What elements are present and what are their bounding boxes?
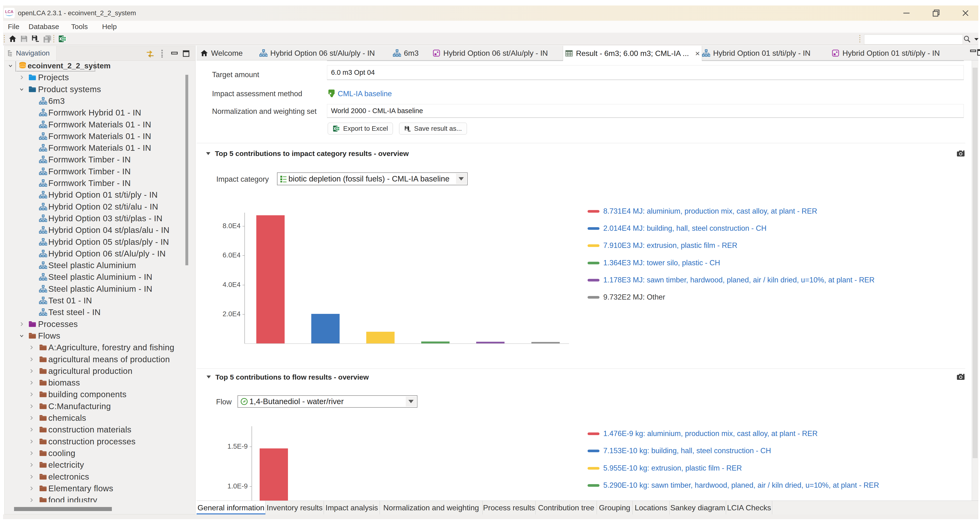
menu-help[interactable]: Help — [102, 21, 117, 33]
chevron-right-icon[interactable] — [29, 392, 34, 397]
chevron-right-icon[interactable] — [29, 486, 34, 491]
save-result-button[interactable]: Save result as... — [399, 123, 467, 134]
legend-label[interactable]: 7.910E3 MJ: extrusion, plastic film - RE… — [603, 241, 737, 250]
search-icon[interactable] — [963, 35, 971, 43]
tree-item-hybrid-option-06-st-alu-ply-in[interactable]: Hybrid Option 06 st/Alu/ply - IN — [5, 247, 196, 260]
editor-tab-hybrid-option-06-st-alu-ply-in[interactable]: Hybrid Option 06 st/Alu/ply - IN — [252, 46, 382, 61]
tree-item-electronics[interactable]: electronics — [5, 471, 196, 483]
tree-item-biomass[interactable]: biomass — [5, 377, 196, 389]
legend-label[interactable]: 2.014E4 MJ: building, hall, steel constr… — [603, 224, 767, 233]
tree-item-formwork-materials-01-in[interactable]: Formwork Materials 01 - IN — [5, 130, 196, 142]
result-tab-lcia-checks[interactable]: LCIA Checks — [726, 501, 772, 515]
chevron-right-icon[interactable] — [29, 450, 34, 456]
combo-dropdown-icon[interactable] — [406, 396, 416, 407]
legend-entry[interactable]: 5.955E-10 kg: extrusion, plastic film - … — [587, 464, 742, 473]
tree-item-construction-processes[interactable]: construction processes — [5, 436, 196, 447]
tree-item-formwork-hybrid-01-in[interactable]: Formwork Hybrid 01 - IN — [5, 107, 196, 118]
chevron-right-icon[interactable] — [29, 498, 34, 502]
result-tab-locations[interactable]: Locations — [633, 501, 670, 515]
combo-dropdown-icon[interactable] — [456, 174, 466, 184]
tree-item-electricity[interactable]: electricity — [5, 459, 196, 471]
bar[interactable] — [531, 342, 560, 343]
menu-tools[interactable]: Tools — [71, 21, 88, 33]
result-tab-general-information[interactable]: General information — [197, 501, 266, 515]
close-tab-icon[interactable]: × — [695, 49, 700, 58]
chevron-down-icon[interactable] — [19, 333, 24, 338]
tree-item-elementary-flows[interactable]: Elementary flows — [5, 482, 196, 494]
chevron-right-icon[interactable] — [29, 474, 34, 479]
maximize-view-icon[interactable] — [182, 49, 190, 58]
bar[interactable] — [366, 332, 395, 343]
tree-item-cooling[interactable]: cooling — [5, 447, 196, 459]
navigation-horizontal-scrollbar[interactable] — [14, 507, 112, 511]
bar[interactable] — [259, 449, 288, 501]
tree-item-processes[interactable]: Processes — [5, 318, 196, 330]
link-with-editor-icon[interactable] — [145, 49, 155, 58]
legend-label[interactable]: 8.731E4 MJ: aluminium, production mix, c… — [603, 207, 817, 216]
save-as-icon[interactable] — [31, 35, 40, 43]
excel-export-icon[interactable] — [58, 35, 67, 43]
chevron-down-icon[interactable] — [19, 87, 24, 92]
chevron-right-icon[interactable] — [29, 369, 34, 374]
legend-entry[interactable]: 7.153E-10 kg: building, hall, steel cons… — [587, 447, 771, 455]
chevron-right-icon[interactable] — [29, 427, 34, 432]
minimize-view-icon[interactable] — [170, 49, 179, 58]
editor-tab-hybrid-option-01-st-ti-ply-in[interactable]: Hybrid Option 01 st/ti/ply - IN — [696, 46, 816, 61]
tree-item-formwork-timber-in[interactable]: Formwork Timber - IN — [5, 177, 196, 189]
editor-tab-hybrid-option-06-st-alu-ply-in[interactable]: Hybrid Option 06 st/Alu/ply - IN — [426, 46, 555, 61]
home-icon[interactable] — [8, 35, 17, 43]
tree-item-agricultural-means-of-production[interactable]: agricultural means of production — [5, 353, 196, 365]
editor-tab-result-6m3-6-00-m3-cml-ia[interactable]: Result - 6m3; 6.00 m3; CML-IA ...× — [563, 46, 702, 61]
tree-item-hybrid-option-05-st-plas-ply-in[interactable]: Hybrid Option 05 st/plas/ply - IN — [5, 236, 196, 248]
chevron-right-icon[interactable] — [29, 380, 34, 385]
bar[interactable] — [421, 342, 450, 343]
result-tab-sankey-diagram[interactable]: Sankey diagram — [670, 501, 726, 515]
tree-item-food-industry[interactable]: food industry — [5, 494, 196, 502]
legend-entry[interactable]: 1.364E3 MJ: tower silo, plastic - CH — [587, 259, 720, 267]
tree-item-c-manufacturing[interactable]: C:Manufacturing — [5, 400, 196, 412]
result-tab-normalization-and-weighting[interactable]: Normalization and weighting — [380, 501, 483, 515]
editor-tab-hybrid-option-01-st-ti-ply-in[interactable]: Hybrid Option 01 st/ti/ply - IN — [823, 46, 948, 61]
restore-window-button[interactable] — [926, 5, 947, 21]
legend-entry[interactable]: 1.476E-9 kg: aluminium, production mix, … — [587, 429, 818, 438]
editor-tab-welcome[interactable]: Welcome — [197, 46, 246, 61]
tree-item-agricultural-production[interactable]: agricultural production — [5, 365, 196, 377]
bar[interactable] — [311, 314, 340, 343]
chevron-right-icon[interactable] — [29, 462, 34, 468]
impact-method-link[interactable]: CML-IA baseline — [338, 89, 392, 98]
save-image-icon[interactable] — [957, 150, 965, 157]
legend-entry[interactable]: 1.178E3 MJ: sawn timber, hardwood, plane… — [587, 276, 875, 284]
impact-category-combo[interactable]: biotic depletion (fossil fuels) - CML-IA… — [277, 172, 468, 185]
tree-item-a-agriculture-forestry-and-fishing[interactable]: A:Agriculture, forestry and fishing — [5, 342, 196, 353]
chevron-right-icon[interactable] — [29, 357, 34, 362]
chevron-down-icon[interactable] — [8, 63, 13, 69]
bar[interactable] — [256, 215, 285, 343]
legend-label[interactable]: 1.364E3 MJ: tower silo, plastic - CH — [603, 259, 720, 267]
save-icon[interactable] — [20, 35, 28, 43]
tree-item-projects[interactable]: Projects — [5, 72, 196, 83]
tree-item-steel-plastic-aluminium[interactable]: Steel plastic Aluminium — [5, 259, 196, 271]
export-excel-button[interactable]: Export to Excel — [328, 123, 393, 134]
legend-label[interactable]: 1.178E3 MJ: sawn timber, hardwood, plane… — [603, 276, 875, 284]
nw-set-input[interactable]: World 2000 - CML-IA baseline — [327, 104, 964, 118]
legend-label[interactable]: 7.153E-10 kg: building, hall, steel cons… — [603, 447, 771, 455]
tree-item-formwork-materials-01-in[interactable]: Formwork Materials 01 - IN — [5, 118, 196, 131]
section-collapse-icon[interactable] — [206, 152, 210, 155]
legend-label[interactable]: 5.290E-10 kg: sawn timber, hardwood, pla… — [603, 481, 879, 490]
tree-item-hybrid-option-03-st-ti-plas-in[interactable]: Hybrid Option 03 st/ti/plas - IN — [5, 212, 196, 224]
tree-item-hybrid-option-01-st-ti-ply-in[interactable]: Hybrid Option 01 st/ti/ply - IN — [5, 189, 196, 201]
tree-item-formwork-timber-in[interactable]: Formwork Timber - IN — [5, 153, 196, 166]
tree-item-product-systems[interactable]: Product systems — [5, 83, 196, 95]
maximize-editor-icon[interactable] — [977, 49, 980, 57]
tree-item-building-components[interactable]: building components — [5, 388, 196, 400]
tree-item-test-01-in[interactable]: Test 01 - IN — [5, 295, 196, 306]
save-all-icon[interactable] — [43, 35, 53, 43]
menu-database[interactable]: Database — [29, 21, 59, 33]
close-window-button[interactable] — [955, 5, 976, 21]
tree-item-steel-plastic-aluminium-in[interactable]: Steel plastic Aluminium - IN — [5, 271, 196, 283]
legend-label[interactable]: 1.476E-9 kg: aluminium, production mix, … — [603, 429, 818, 438]
tree-item-hybrid-option-02-st-ti-alu-in[interactable]: Hybrid Option 02 st/ti/alu - IN — [5, 201, 196, 213]
legend-entry[interactable]: 8.731E4 MJ: aluminium, production mix, c… — [587, 207, 817, 216]
tree-item-test-steel-in[interactable]: Test steel - IN — [5, 306, 196, 318]
chevron-right-icon[interactable] — [19, 75, 24, 80]
